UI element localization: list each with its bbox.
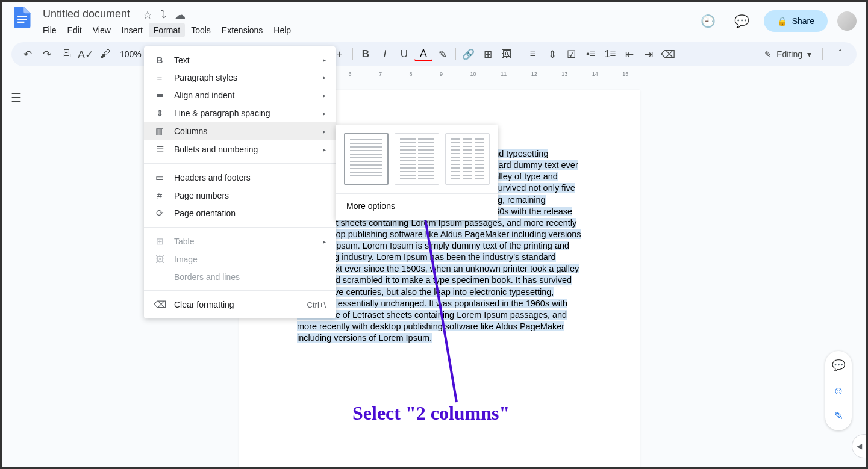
left-sidebar: ☰ [2,81,31,468]
menu-item-text[interactable]: B Text ▸ [144,51,336,69]
text-color-button[interactable]: A [414,47,432,61]
toolbar: ↶ ↷ 🖶 A✓ 🖌 100% + B I U A ✎ 🔗 ⊞ 🖼 ≡ ⇕ ☑ … [11,42,857,66]
chevron-right-icon: ▸ [323,92,326,99]
menu-insert[interactable]: Insert [117,23,148,37]
add-comment-button[interactable]: ⊞ [479,45,497,63]
separator [144,290,336,291]
column-option-1[interactable] [344,133,389,185]
menu-view[interactable]: View [88,23,116,37]
move-icon[interactable]: ⤵ [161,8,166,22]
separator [520,48,520,60]
zoom-dropdown[interactable]: 100% [115,49,146,59]
add-comment-float[interactable]: 💬 [829,356,848,375]
separator [352,48,353,60]
cloud-status-icon[interactable]: ☁ [175,8,186,22]
print-button[interactable]: 🖶 [57,45,75,63]
bulleted-list-button[interactable]: •≡ [582,45,600,63]
add-emoji-float[interactable]: ☺ [829,381,848,400]
undo-button[interactable]: ↶ [19,45,37,63]
vertical-ruler[interactable] [31,81,40,468]
header-right: 🕘 💬 🔒 Share [696,9,857,33]
shortcut-label: Ctrl+\ [307,300,326,309]
ruler-mark: 8 [410,71,439,77]
menu-item-borders-lines: — Borders and lines [144,268,336,285]
column-option-2[interactable] [395,133,439,185]
underline-button[interactable]: U [395,45,413,63]
align-button[interactable]: ≡ [524,45,542,63]
suggest-edits-float[interactable]: ✎ [829,406,848,426]
menu-edit[interactable]: Edit [63,23,87,37]
menu-item-clear-formatting[interactable]: ⌫ Clear formatting Ctrl+\ [144,296,336,314]
chevron-down-icon: ▾ [807,49,811,59]
decrease-indent-button[interactable]: ⇤ [620,45,639,63]
table-icon: ⊞ [154,236,166,247]
menu-tools[interactable]: Tools [186,23,216,37]
spacing-icon: ⇕ [154,108,166,119]
line-spacing-button[interactable]: ⇕ [543,45,561,63]
menu-format[interactable]: Format [149,23,185,37]
bold-icon: B [154,55,166,65]
menu-item-columns[interactable]: ▥ Columns ▸ [144,122,336,140]
menu-file[interactable]: File [38,23,61,37]
format-dropdown-menu: B Text ▸ ≡ Paragraph styles ▸ ≣ Align an… [144,46,336,318]
document-title[interactable]: Untitled document [38,7,135,22]
menu-item-headers-footers[interactable]: ▭ Headers and footers [144,169,336,187]
chevron-right-icon: ▸ [323,146,326,153]
bold-button[interactable]: B [357,45,375,63]
menu-item-paragraph-styles[interactable]: ≡ Paragraph styles ▸ [144,69,336,86]
mode-dropdown[interactable]: ✎ Editing ▾ [757,47,819,61]
ruler-mark: 13 [561,71,590,77]
menu-item-align-indent[interactable]: ≣ Align and indent ▸ [144,86,336,104]
menu-item-page-numbers[interactable]: # Page numbers [144,187,336,204]
collapse-toolbar-button[interactable]: ˆ [831,45,849,63]
menubar: File Edit View Insert Format Tools Exten… [38,22,696,37]
account-avatar[interactable] [837,11,857,31]
ruler-mark: 14 [592,71,621,77]
clear-format-icon: ⌫ [154,299,166,310]
redo-button[interactable]: ↷ [38,45,56,63]
hash-icon: # [154,190,166,200]
numbered-list-button[interactable]: 1≡ [601,45,619,63]
more-options[interactable]: More options [336,193,498,212]
column-options [344,133,490,185]
insert-image-button[interactable]: 🖼 [498,45,516,63]
share-button[interactable]: 🔒 Share [764,10,828,32]
italic-button[interactable]: I [376,45,394,63]
app-header: Untitled document ☆ ⤵ ☁ File Edit View I… [2,2,866,37]
outline-icon[interactable]: ☰ [11,90,22,468]
docs-logo[interactable] [11,7,33,28]
image-icon: 🖼 [154,254,166,264]
menu-extensions[interactable]: Extensions [217,23,267,37]
chevron-right-icon: ▸ [323,238,326,245]
checklist-button[interactable]: ☑ [563,45,581,63]
ruler-mark: 11 [501,71,529,77]
columns-submenu: More options [336,125,498,220]
star-icon[interactable]: ☆ [143,8,152,22]
increase-indent-button[interactable]: ⇥ [640,45,658,63]
separator [822,48,823,60]
chevron-right-icon: ▸ [323,74,326,81]
svg-rect-1 [17,19,27,20]
title-area: Untitled document ☆ ⤵ ☁ File Edit View I… [38,7,696,37]
paint-format-button[interactable]: 🖌 [96,45,114,63]
clear-formatting-button[interactable]: ⌫ [659,45,677,63]
chevron-right-icon: ▸ [323,128,326,135]
annotation-text: Select "2 columns" [352,402,510,424]
menu-item-page-orientation[interactable]: ⟳ Page orientation [144,204,336,222]
mode-label: Editing [776,49,802,59]
menu-item-line-spacing[interactable]: ⇕ Line & paragraph spacing ▸ [144,104,336,122]
svg-rect-0 [17,16,27,17]
menu-help[interactable]: Help [269,23,296,37]
pencil-icon: ✎ [764,49,772,59]
align-icon: ≣ [154,90,166,101]
spellcheck-button[interactable]: A✓ [76,45,95,63]
highlight-color-button[interactable]: ✎ [434,45,452,63]
column-option-3[interactable] [445,133,490,185]
line-icon: — [154,272,166,282]
comments-icon[interactable]: 💬 [730,9,754,33]
ruler-mark: 15 [622,71,651,77]
chevron-right-icon: ▸ [323,57,326,63]
history-icon[interactable]: 🕘 [696,9,720,33]
menu-item-bullets[interactable]: ☰ Bullets and numbering ▸ [144,140,336,158]
insert-link-button[interactable]: 🔗 [460,45,478,63]
